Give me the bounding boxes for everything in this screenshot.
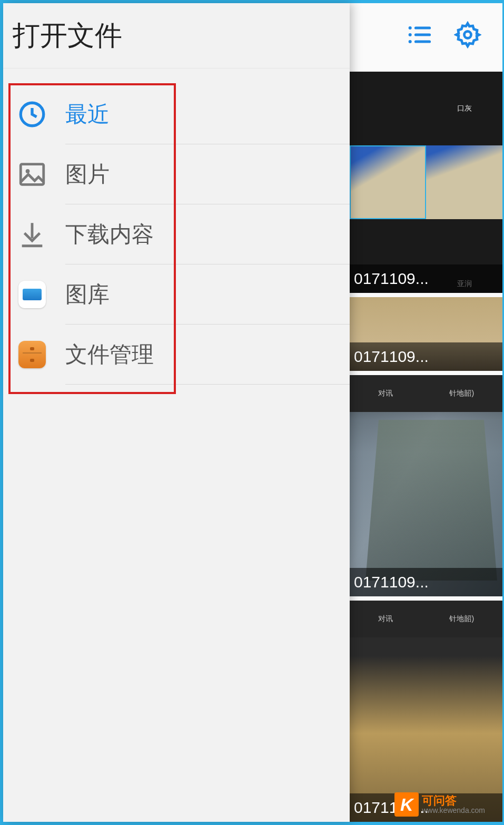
navigation-drawer: 打开文件 最近 [3,3,350,822]
watermark-url: www.kewenda.com [422,807,485,814]
drawer-item-gallery[interactable]: 图库 [3,264,350,325]
thumbnail-column: 口灰 亚润 0171109... 0171109... 对讯 针地韶) 0171… [350,68,502,822]
drawer-item-files[interactable]: 文件管理 [3,325,350,385]
thumbnail-item[interactable]: 对讯 针地韶) 0171109... [350,601,502,822]
thumbnail-item[interactable]: 口灰 亚润 0171109... [350,72,502,293]
thumbnail-item[interactable]: 对讯 针地韶) 0171109... [350,375,502,596]
drawer-item-downloads[interactable]: 下载内容 [3,204,350,264]
drawer-item-label: 图片 [65,144,350,204]
gallery-app-icon [17,279,47,310]
files-app-icon [17,339,47,370]
drawer-header: 打开文件 [3,3,350,68]
thumb-top-label: 对讯 [378,389,393,398]
clock-icon [17,99,47,130]
drawer-item-recent[interactable]: 最近 [3,84,350,144]
main-content: 口灰 亚润 0171109... 0171109... 对讯 针地韶) 0171… [350,3,502,822]
list-view-icon[interactable] [406,21,433,51]
svg-rect-8 [21,164,44,185]
watermark-logo: K [394,792,419,817]
thumbnail-item[interactable]: 0171109... [350,297,502,371]
toolbar [350,3,502,68]
svg-point-9 [26,169,30,173]
drawer-item-images[interactable]: 图片 [3,144,350,204]
thumb-sub-label: 口灰 [457,104,472,113]
app-frame: 口灰 亚润 0171109... 0171109... 对讯 针地韶) 0171… [0,0,504,825]
drawer-list: 最近 图片 [3,68,350,385]
thumbnail-caption: 0171109... [350,342,502,371]
thumb-top-label: 针地韶) [449,614,474,624]
thumb-top-label: 针地韶) [449,389,474,398]
thumbnail-caption: 0171109... [350,264,502,293]
thumb-top-label: 对讯 [378,614,393,624]
svg-point-1 [409,33,412,36]
download-icon [17,219,47,250]
thumbnail-caption: 0171109... [350,568,502,596]
image-icon [17,159,47,190]
drawer-item-label: 最近 [65,84,350,144]
drawer-item-label: 图库 [65,264,350,325]
watermark: K 可问答 www.kewenda.com [394,792,485,817]
svg-point-2 [409,40,412,43]
page-title: 打开文件 [13,17,122,54]
watermark-title: 可问答 [422,795,485,807]
drawer-item-label: 下载内容 [65,204,350,264]
settings-icon[interactable] [454,21,481,51]
drawer-item-label: 文件管理 [65,325,350,385]
svg-point-0 [409,26,412,30]
svg-point-6 [465,32,471,38]
